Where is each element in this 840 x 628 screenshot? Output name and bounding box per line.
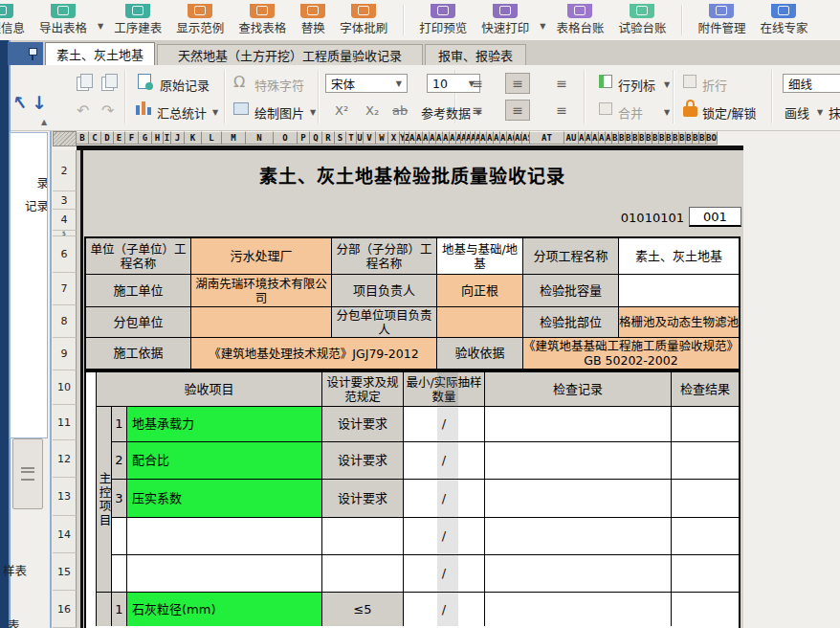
halign-right-button[interactable]: ≡ bbox=[549, 100, 574, 121]
toolbar-item-find-table[interactable]: 查找表格 bbox=[234, 4, 290, 40]
checklist-row-number[interactable]: 2 bbox=[112, 442, 127, 480]
chevron-down-icon[interactable]: ▼ bbox=[98, 22, 103, 31]
toolbar-item-quick-print[interactable]: 快速打印 bbox=[477, 4, 533, 40]
tree-item[interactable]: 记录 bbox=[11, 196, 48, 214]
row-header-3[interactable]: 3 bbox=[53, 191, 77, 210]
column-header-B[interactable]: B bbox=[77, 131, 89, 145]
checklist-sample-quantity[interactable]: / bbox=[404, 593, 485, 626]
column-header-BJ[interactable]: BJ bbox=[673, 131, 679, 145]
row-header-2[interactable]: 2 bbox=[53, 150, 77, 191]
column-header-V[interactable]: V bbox=[364, 131, 376, 145]
row-header-8[interactable]: 8 bbox=[53, 305, 77, 338]
column-header-BK[interactable]: BK bbox=[679, 131, 686, 145]
column-header-AD[interactable]: AD bbox=[430, 131, 436, 145]
checklist-row-number[interactable] bbox=[112, 518, 127, 555]
row-header-10[interactable]: 10 bbox=[53, 370, 77, 405]
column-header-BO[interactable]: BO bbox=[706, 131, 718, 145]
column-header-F[interactable]: F bbox=[125, 131, 139, 145]
column-header-D[interactable]: D bbox=[101, 131, 114, 145]
chevron-down-icon[interactable]: ▼ bbox=[212, 108, 218, 117]
checklist-inspection-record[interactable] bbox=[485, 518, 672, 555]
row-header-6[interactable]: 6 bbox=[53, 236, 77, 273]
checklist-sample-quantity[interactable]: / bbox=[404, 480, 485, 518]
row-header-4[interactable]: 4 bbox=[53, 210, 77, 231]
column-header-AS[interactable]: AS bbox=[522, 131, 530, 145]
column-header-AF[interactable]: AF bbox=[443, 131, 450, 145]
line-style-select[interactable]: 细线 bbox=[783, 74, 840, 93]
checklist-inspection-record[interactable] bbox=[485, 407, 672, 442]
checklist-item-name[interactable]: 配合比 bbox=[127, 442, 322, 480]
checklist-sample-quantity[interactable]: / bbox=[404, 442, 485, 480]
column-header-AW[interactable]: AW bbox=[586, 131, 592, 145]
column-header-E[interactable]: E bbox=[114, 131, 125, 145]
column-header-BD[interactable]: BD bbox=[632, 131, 639, 145]
column-header-BE[interactable]: BE bbox=[639, 131, 646, 145]
chevron-down-icon[interactable]: ▼ bbox=[664, 80, 670, 89]
column-header-BI[interactable]: BI bbox=[666, 131, 673, 145]
column-header-K[interactable]: K bbox=[185, 131, 202, 145]
column-header-J[interactable]: J bbox=[171, 131, 185, 145]
checklist-row-number[interactable] bbox=[112, 555, 127, 593]
font-name-select[interactable]: 宋体▼ bbox=[325, 74, 408, 93]
column-header-AV[interactable]: AV bbox=[579, 131, 586, 145]
cell-division-project-value[interactable]: 地基与基础/地基 bbox=[437, 238, 523, 275]
row-header-11[interactable]: 11 bbox=[53, 405, 77, 440]
cell-subitem-name-value[interactable]: 素土、灰土地基 bbox=[619, 238, 739, 275]
checklist-sample-quantity[interactable]: / bbox=[404, 555, 485, 593]
column-header-AQ[interactable]: AQ bbox=[507, 131, 515, 145]
checklist-inspection-record[interactable] bbox=[485, 480, 672, 518]
cell-subcontractor-leader-value[interactable] bbox=[437, 307, 523, 338]
column-header-L[interactable]: L bbox=[202, 131, 222, 145]
toolbar-item-font-brush[interactable]: 字体批刷 bbox=[336, 4, 391, 40]
checklist-requirement[interactable]: 设计要求 bbox=[322, 480, 404, 518]
select-all-corner[interactable] bbox=[53, 131, 77, 146]
cell-batch-location-value[interactable]: 格栅池及动态生物滤池 bbox=[619, 307, 739, 338]
undo-icon[interactable]: ↶ bbox=[77, 101, 89, 120]
column-header-BN[interactable]: BN bbox=[699, 131, 706, 145]
redo-icon[interactable]: ↷ bbox=[101, 101, 114, 120]
checklist-inspection-record[interactable] bbox=[485, 555, 672, 593]
column-header-AC[interactable]: AC bbox=[423, 131, 430, 145]
row-header-15[interactable]: 15 bbox=[53, 553, 77, 591]
toolbar-item-test-ledger[interactable]: 试验台账 bbox=[614, 4, 670, 40]
row-header-13[interactable]: 13 bbox=[53, 478, 77, 516]
column-header-U[interactable]: U bbox=[357, 131, 364, 145]
checklist-item-name[interactable] bbox=[127, 518, 322, 555]
column-header-AP[interactable]: AP bbox=[500, 131, 507, 145]
toolbar-item-process-build-table[interactable]: 工序建表 bbox=[110, 4, 166, 40]
valign-bottom-button[interactable]: ≡ bbox=[549, 73, 574, 94]
row-col-header-button[interactable]: 行列标 bbox=[618, 76, 655, 94]
column-header-AM[interactable]: AM bbox=[480, 131, 487, 145]
halign-center-button[interactable]: ≡ bbox=[505, 100, 530, 121]
checklist-requirement[interactable]: 设计要求 bbox=[322, 442, 404, 480]
toolbar-item-replace[interactable]: 替换 bbox=[297, 4, 329, 40]
tree-item-lower[interactable]: 样表 bbox=[3, 561, 49, 579]
chevron-down-icon[interactable]: ▼ bbox=[310, 108, 316, 117]
copy-icon[interactable] bbox=[77, 77, 89, 91]
checklist-item-name[interactable]: 石灰粒径(mm) bbox=[127, 593, 322, 626]
panel-splitter[interactable] bbox=[12, 438, 43, 509]
row-header-14[interactable]: 14 bbox=[53, 516, 77, 553]
column-header-BM[interactable]: BM bbox=[693, 131, 699, 145]
column-header-O[interactable]: O bbox=[274, 131, 298, 145]
checklist-requirement[interactable] bbox=[322, 518, 404, 555]
special-char-button[interactable]: 特殊字符 bbox=[254, 76, 304, 94]
paste-icon[interactable] bbox=[101, 77, 114, 91]
checklist-inspection-record[interactable] bbox=[485, 593, 672, 626]
superscript-button[interactable]: X² bbox=[335, 103, 348, 118]
checklist-inspection-result[interactable] bbox=[672, 442, 739, 480]
column-header-N[interactable]: N bbox=[246, 131, 274, 145]
cell-unit-project-name-value[interactable]: 污水处理厂 bbox=[191, 238, 332, 275]
merge-cells-button[interactable]: 合并 bbox=[618, 103, 643, 122]
strikethrough-button[interactable]: ab bbox=[392, 103, 408, 118]
row-header-16[interactable]: 16 bbox=[53, 591, 77, 628]
checklist-inspection-record[interactable] bbox=[485, 442, 672, 480]
toolbar-item-print-preview[interactable]: 打印预览 bbox=[415, 4, 471, 40]
column-header-AX[interactable]: AX bbox=[592, 131, 599, 145]
column-header-S[interactable]: S bbox=[335, 131, 346, 145]
column-header-R[interactable]: R bbox=[322, 131, 335, 145]
column-header-AO[interactable]: AO bbox=[494, 131, 500, 145]
column-header-BB[interactable]: BB bbox=[619, 131, 626, 145]
checklist-item-name[interactable]: 压实系数 bbox=[127, 480, 322, 518]
checklist-sample-quantity[interactable]: / bbox=[404, 518, 485, 555]
